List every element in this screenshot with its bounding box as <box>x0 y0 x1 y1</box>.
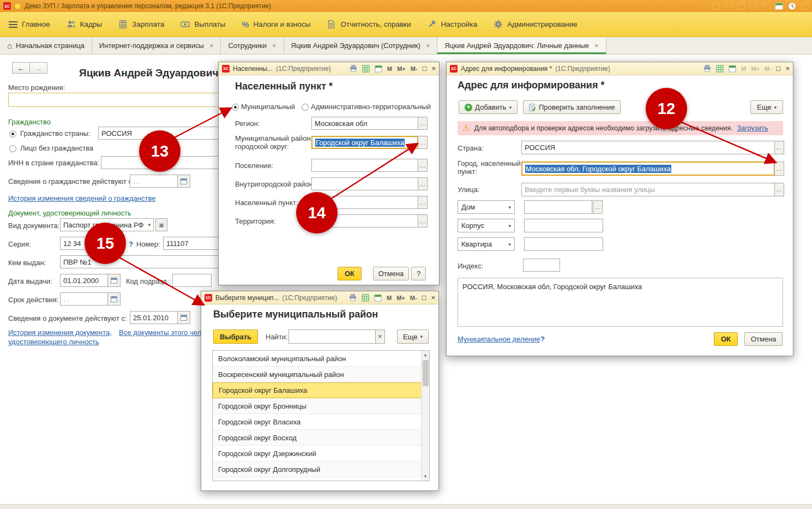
maximize-icon[interactable]: □ <box>423 64 427 73</box>
print-icon[interactable] <box>725 3 732 10</box>
check-fill-button[interactable]: Проверить заполнение <box>523 100 621 114</box>
menu-item-reports[interactable]: Отчетность, справки <box>327 20 411 29</box>
region-input[interactable]: Московская обл <box>311 117 418 130</box>
list-item[interactable]: Городской округ Власиха <box>213 414 422 430</box>
apartment-input[interactable] <box>524 237 603 251</box>
open-doc-type-button[interactable]: ▣ <box>155 218 167 231</box>
cancel-button[interactable]: Отмена <box>744 332 783 346</box>
find-icon[interactable] <box>750 3 757 10</box>
intracity-input[interactable] <box>311 177 418 190</box>
clear-search-button[interactable]: × <box>375 330 385 344</box>
favorites-icon[interactable] <box>762 3 770 10</box>
list-item[interactable]: Городской округ Долгопрудный <box>213 462 422 477</box>
house-type-combo[interactable]: Дом▾ <box>458 200 515 214</box>
tab-internet-support[interactable]: Интернет-поддержка и сервисы × <box>92 37 221 54</box>
close-tab-icon[interactable]: × <box>272 41 276 50</box>
street-input[interactable]: Введите первые буквы названия улицы <box>521 183 775 196</box>
citizenship-country-radio[interactable] <box>9 130 16 137</box>
menu-item-taxes[interactable]: % Налоги и взносы <box>242 20 310 29</box>
administrative-radio[interactable] <box>302 104 309 111</box>
search-input[interactable] <box>288 330 376 344</box>
tab-employees[interactable]: Сотрудники × <box>221 37 284 54</box>
close-icon[interactable]: × <box>785 64 790 73</box>
calendar-icon[interactable] <box>729 65 736 73</box>
intracity-picker-button[interactable]: ... <box>418 177 428 190</box>
municipal-division-help-icon[interactable]: ? <box>540 335 545 343</box>
municipal-division-link[interactable]: Муниципальное деление <box>458 335 540 343</box>
preview-icon[interactable] <box>737 3 745 10</box>
close-icon[interactable]: × <box>431 294 435 302</box>
clock-icon[interactable] <box>788 2 796 10</box>
cancel-button[interactable]: Отмена <box>373 267 409 280</box>
country-input[interactable]: РОССИЯ <box>521 141 775 154</box>
region-picker-button[interactable]: ... <box>418 117 428 130</box>
forward-button[interactable]: → <box>29 62 47 74</box>
issue-date-input[interactable]: 01.01.2000 <box>60 274 108 287</box>
series-help-icon[interactable]: ? <box>129 240 133 248</box>
city-input[interactable]: Московская обл, Городской округ Балашиха <box>521 161 775 176</box>
validity-calendar-button[interactable] <box>107 292 121 306</box>
street-picker-button[interactable]: ... <box>774 183 784 196</box>
house-picker-button[interactable]: ... <box>593 200 603 214</box>
index-input[interactable] <box>523 259 560 272</box>
settlement-picker-button[interactable]: ... <box>418 159 428 172</box>
memory-minus-button[interactable]: M- <box>765 65 772 72</box>
memory-plus-button[interactable]: M+ <box>751 65 760 72</box>
validity-input[interactable]: . . <box>60 292 108 306</box>
dialog-titlebar[interactable]: 1С Адрес для информирования * (1С:Предпр… <box>447 62 793 75</box>
number-input[interactable]: 111107 <box>163 237 219 250</box>
calendar-icon[interactable] <box>374 294 382 302</box>
more-button[interactable]: Еще ▾ <box>750 100 783 114</box>
ok-button[interactable]: ОК <box>714 332 738 346</box>
tab-personal-data[interactable]: Яцкив Андрей Эдуардович: Личные данные × <box>437 37 606 54</box>
citizenship-history-link[interactable]: История изменения сведений о гражданстве <box>8 194 155 202</box>
issue-date-calendar-button[interactable] <box>107 274 121 287</box>
building-input[interactable] <box>524 219 603 232</box>
country-picker-button[interactable]: ... <box>774 141 784 154</box>
maximize-icon[interactable]: □ <box>422 294 426 302</box>
chevron-down-icon[interactable]: ▾ <box>148 222 151 227</box>
district-input[interactable]: Городской округ Балашиха <box>311 136 418 149</box>
table-icon[interactable] <box>716 65 724 73</box>
close-icon[interactable]: × <box>431 64 436 73</box>
close-tab-icon[interactable]: × <box>209 41 214 50</box>
memory-minus-button[interactable]: M- <box>410 295 417 301</box>
territory-picker-button[interactable]: ... <box>418 214 428 227</box>
citizenship-from-input[interactable]: . . <box>130 175 178 188</box>
tab-home[interactable]: ⌂ Начальная страница <box>0 37 92 54</box>
print-icon[interactable] <box>703 65 711 72</box>
birth-place-input[interactable] <box>8 93 219 107</box>
tab-employee-card[interactable]: Яцкив Андрей Эдуардович (Сотрудник) × <box>284 37 438 54</box>
city-picker-button[interactable]: ... <box>774 161 784 176</box>
scroll-up-icon[interactable]: ▲ <box>422 351 429 359</box>
issued-by-input[interactable]: ПВР №1 <box>60 255 219 268</box>
doc-history-link[interactable]: История изменения документа, <box>8 328 112 337</box>
house-input[interactable] <box>524 200 592 214</box>
vertical-scrollbar[interactable]: ▲ ▼ <box>421 351 429 481</box>
district-picker-button[interactable]: ... <box>418 136 428 149</box>
dept-code-input[interactable] <box>172 274 212 287</box>
close-tab-icon[interactable]: × <box>594 41 599 50</box>
list-item[interactable]: Воскресенский муниципальный район <box>213 367 422 382</box>
table-icon[interactable] <box>362 294 369 302</box>
citizenship-from-calendar-button[interactable] <box>177 175 190 188</box>
list-item[interactable]: Волоколамский муниципальный район <box>213 351 422 367</box>
dialog-titlebar[interactable]: 1С Выберите муницип... (1С:Предприятие) … <box>201 291 438 304</box>
list-item[interactable]: Городской округ Восход <box>213 430 422 446</box>
scroll-down-icon[interactable]: ▼ <box>422 472 429 481</box>
dialog-titlebar[interactable]: 1С Населенны... (1С:Предприятие) M M+ M-… <box>219 62 439 75</box>
menu-item-salary[interactable]: Зарплата <box>118 20 164 29</box>
back-button[interactable]: ← <box>12 62 30 74</box>
memory-button[interactable]: M <box>387 65 392 72</box>
memory-button[interactable]: M <box>741 65 746 72</box>
memory-minus-button[interactable]: M- <box>411 65 418 72</box>
apartment-type-combo[interactable]: Квартира▾ <box>458 237 515 251</box>
maximize-icon[interactable]: □ <box>777 64 781 73</box>
add-button[interactable]: + Добавить ▾ <box>459 100 518 114</box>
list-item[interactable]: Городской округ Дзержинский <box>213 446 422 462</box>
doc-history-link-line2[interactable]: удостоверяющего личность <box>8 338 99 346</box>
settlement-input[interactable] <box>311 159 418 172</box>
load-link[interactable]: Загрузить <box>737 124 768 132</box>
building-type-combo[interactable]: Корпус▾ <box>458 219 515 232</box>
close-tab-icon[interactable]: × <box>426 41 430 50</box>
